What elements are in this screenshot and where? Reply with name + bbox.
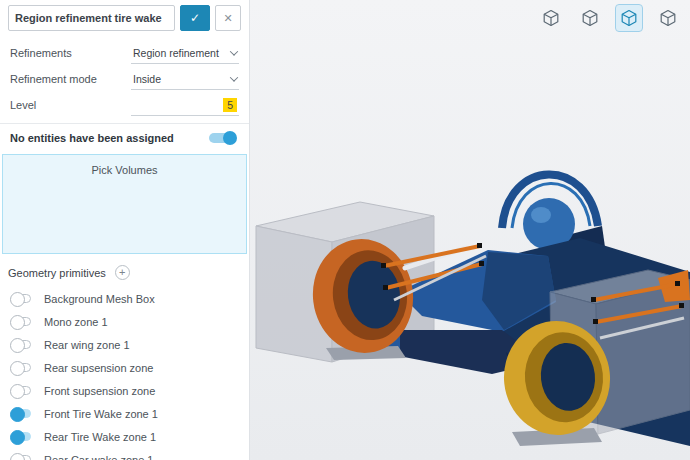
visibility-toggle[interactable] — [11, 363, 31, 372]
confirm-button[interactable]: ✓ — [180, 5, 210, 31]
refinement-name-input[interactable] — [8, 5, 175, 31]
panel-header: ✓ ✕ — [0, 5, 249, 40]
geometry-primitive-row[interactable]: Background Mesh Box — [0, 287, 249, 310]
geometry-primitive-row[interactable]: Front Tire Wake zone 1 — [0, 402, 249, 425]
3d-viewport[interactable] — [250, 0, 690, 460]
view-cube-3-icon[interactable] — [616, 5, 642, 31]
field-label: Level — [10, 99, 36, 111]
refinement-mode-select[interactable]: Inside — [131, 68, 239, 90]
view-cube-2-icon[interactable] — [577, 5, 603, 31]
add-geometry-primitive-button[interactable]: + — [115, 265, 130, 280]
geometry-primitive-label: Mono zone 1 — [44, 316, 108, 328]
pick-volumes-dropzone[interactable]: Pick Volumes — [2, 154, 247, 254]
geometry-primitive-label: Background Mesh Box — [44, 293, 155, 305]
geometry-primitive-row[interactable]: Rear Car wake zone 1 — [0, 448, 249, 460]
visibility-toggle[interactable] — [11, 317, 31, 326]
pick-volumes-label: Pick Volumes — [91, 164, 157, 176]
geometry-primitive-row[interactable]: Mono zone 1 — [0, 310, 249, 333]
view-cube-1-icon[interactable] — [538, 5, 564, 31]
visibility-toggle[interactable] — [11, 409, 31, 418]
visibility-toggle[interactable] — [11, 340, 31, 349]
geometry-primitive-label: Front Tire Wake zone 1 — [44, 408, 158, 420]
visibility-toggle[interactable] — [11, 432, 31, 441]
field-row: Level 5 — [0, 92, 249, 118]
assignment-row: No entities have been assigned — [0, 124, 249, 152]
geometry-primitive-label: Rear supsension zone — [44, 362, 153, 374]
field-row: Refinement mode Inside — [0, 66, 249, 92]
geometry-primitives-list: Background Mesh Box Mono zone 1 Rear win… — [0, 287, 249, 460]
viewport-toolbar — [538, 5, 681, 31]
refinements-select[interactable]: Region refinement — [131, 42, 239, 64]
geometry-primitive-row[interactable]: Front supsension zone — [0, 379, 249, 402]
3d-scene[interactable] — [250, 0, 690, 460]
geometry-primitive-label: Rear wing zone 1 — [44, 339, 130, 351]
geometry-primitive-row[interactable]: Rear Tire Wake zone 1 — [0, 425, 249, 448]
settings-panel: ✓ ✕ Refinements Region refinement Refine… — [0, 0, 250, 460]
visibility-toggle[interactable] — [11, 294, 31, 303]
visibility-toggle[interactable] — [11, 386, 31, 395]
field-label: Refinements — [10, 47, 72, 59]
view-cube-4-icon[interactable] — [655, 5, 681, 31]
field-value: Region refinement — [133, 47, 219, 59]
level-input[interactable]: 5 — [131, 94, 239, 116]
app: ✓ ✕ Refinements Region refinement Refine… — [0, 0, 690, 460]
field-value: 5 — [223, 98, 237, 112]
field-rows: Refinements Region refinement Refinement… — [0, 40, 249, 118]
assignment-status-text: No entities have been assigned — [10, 132, 174, 144]
chevron-down-icon — [230, 47, 238, 55]
geometry-primitive-row[interactable]: Rear supsension zone — [0, 356, 249, 379]
geometry-primitive-label: Rear Tire Wake zone 1 — [44, 431, 156, 443]
geometry-primitive-row[interactable]: Rear wing zone 1 — [0, 333, 249, 356]
geometry-primitives-title: Geometry primitives — [8, 267, 106, 279]
assignment-toggle[interactable] — [209, 133, 235, 143]
field-label: Refinement mode — [10, 73, 97, 85]
geometry-primitive-label: Front supsension zone — [44, 385, 155, 397]
close-button[interactable]: ✕ — [215, 5, 241, 31]
field-value: Inside — [133, 73, 161, 85]
geometry-primitive-label: Rear Car wake zone 1 — [44, 454, 153, 460]
field-row: Refinements Region refinement — [0, 40, 249, 66]
geometry-primitives-header: Geometry primitives + — [0, 254, 249, 287]
visibility-toggle[interactable] — [11, 455, 31, 460]
chevron-down-icon — [230, 73, 238, 81]
